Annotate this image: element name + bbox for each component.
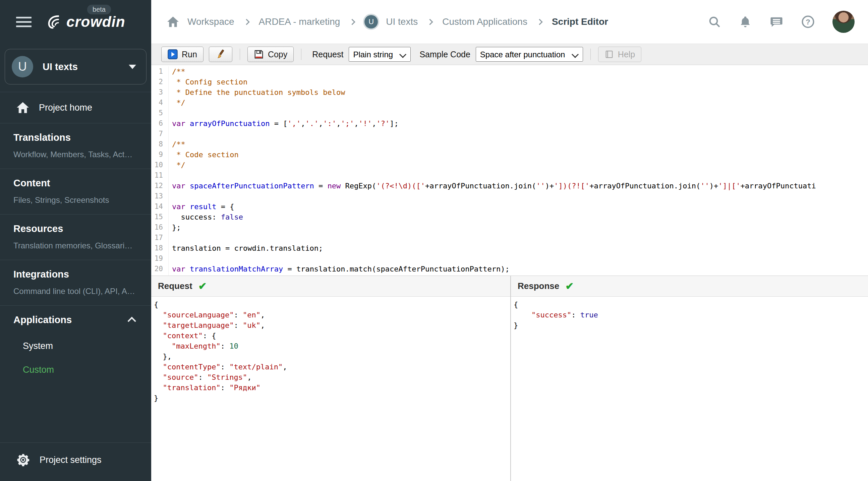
response-panel-title: Response bbox=[518, 281, 559, 291]
messages-icon[interactable] bbox=[769, 15, 783, 29]
request-select-wrap: Plain string bbox=[349, 47, 411, 62]
breadcrumb-item-project[interactable]: ARDEA - marketing bbox=[259, 17, 340, 27]
play-icon bbox=[167, 49, 178, 59]
section-subtitle: Workflow, Members, Tasks, Act… bbox=[13, 150, 138, 159]
sidebar: crowdin beta U UI texts Project home Tra… bbox=[0, 0, 151, 481]
top-icons: ? bbox=[708, 11, 855, 33]
chevron-down-icon bbox=[129, 65, 136, 69]
response-panel: Response ✔ { "success": true} bbox=[510, 276, 868, 481]
crowdin-logo-icon bbox=[44, 12, 63, 31]
chevron-right-icon bbox=[349, 19, 355, 25]
home-icon[interactable] bbox=[167, 16, 179, 28]
run-button[interactable]: Run bbox=[161, 46, 204, 62]
toolbar-divider bbox=[240, 49, 240, 60]
sidebar-item-project-settings[interactable]: Project settings bbox=[0, 443, 151, 481]
user-avatar[interactable] bbox=[833, 11, 855, 33]
crowdin-logo-text: crowdin bbox=[66, 13, 125, 30]
request-panel-title: Request bbox=[158, 281, 192, 291]
request-select-label: Request bbox=[312, 50, 343, 59]
copy-button-label: Copy bbox=[268, 50, 287, 59]
sample-code-select[interactable]: Space after punctuation bbox=[476, 47, 583, 62]
menu-icon[interactable] bbox=[16, 14, 32, 30]
request-type-select[interactable]: Plain string bbox=[349, 47, 411, 62]
request-editor[interactable]: { "sourceLanguage": "en", "targetLanguag… bbox=[151, 297, 510, 481]
code-editor[interactable]: 1/**2 * Config section3 * Define the pun… bbox=[151, 65, 868, 276]
book-icon bbox=[604, 50, 614, 59]
project-name: UI texts bbox=[42, 61, 119, 72]
sidebar-item-resources[interactable]: Resources Translation memories, Glossari… bbox=[0, 215, 151, 260]
project-selector[interactable]: U UI texts bbox=[5, 49, 147, 85]
breadcrumb-item-custom-applications[interactable]: Custom Applications bbox=[442, 17, 527, 27]
chevron-right-icon bbox=[536, 19, 542, 25]
save-icon bbox=[254, 49, 264, 59]
breadcrumb-item-script-editor: Script Editor bbox=[552, 17, 608, 27]
script-editor-toolbar: Run Copy Request bbox=[151, 43, 868, 65]
sidebar-item-label: Project home bbox=[39, 103, 92, 113]
sidebar-item-project-home[interactable]: Project home bbox=[0, 92, 151, 123]
chevron-right-icon bbox=[243, 19, 249, 25]
sidebar-item-integrations[interactable]: Integrations Command line tool (CLI), AP… bbox=[0, 260, 151, 306]
request-panel-header: Request ✔ bbox=[151, 276, 510, 297]
breadcrumb-item-ui-texts[interactable]: UI texts bbox=[386, 17, 418, 27]
chevron-right-icon bbox=[427, 19, 433, 25]
help-button-label: Help bbox=[618, 50, 635, 59]
help-icon[interactable]: ? bbox=[801, 15, 815, 29]
help-button[interactable]: Help bbox=[598, 46, 641, 62]
request-response-panes: Request ✔ { "sourceLanguage": "en", "tar… bbox=[151, 276, 868, 481]
sidebar-item-translations[interactable]: Translations Workflow, Members, Tasks, A… bbox=[0, 123, 151, 169]
section-subtitle: Command line tool (CLI), API, A… bbox=[13, 287, 138, 296]
sample-code-select-label: Sample Code bbox=[420, 50, 470, 59]
top-bar: Workspace ARDEA - marketing U UI texts C… bbox=[151, 0, 868, 43]
section-title: Applications bbox=[13, 314, 72, 325]
sidebar-header: crowdin beta bbox=[0, 0, 151, 43]
section-title: Resources bbox=[13, 223, 138, 234]
check-icon: ✔ bbox=[198, 280, 207, 292]
format-brush-button[interactable] bbox=[209, 46, 232, 62]
beta-badge: beta bbox=[87, 5, 111, 14]
gear-icon bbox=[16, 453, 30, 467]
chevron-up-icon bbox=[127, 317, 136, 325]
toolbar-divider bbox=[301, 49, 301, 60]
section-subtitle: Translation memories, Glossari… bbox=[13, 241, 138, 250]
run-button-label: Run bbox=[182, 50, 197, 59]
crowdin-logo[interactable]: crowdin bbox=[44, 12, 125, 31]
notifications-bell-icon[interactable] bbox=[739, 15, 752, 29]
app-root: crowdin beta U UI texts Project home Tra… bbox=[0, 0, 868, 481]
toolbar-divider bbox=[590, 49, 591, 60]
sidebar-item-applications-system[interactable]: System bbox=[13, 334, 138, 358]
sidebar-item-label: Project settings bbox=[39, 455, 101, 465]
sample-code-select-wrap: Space after punctuation bbox=[476, 47, 583, 62]
sidebar-item-applications[interactable]: Applications bbox=[13, 314, 138, 325]
sidebar-item-content[interactable]: Content Files, Strings, Screenshots bbox=[0, 169, 151, 214]
search-icon[interactable] bbox=[708, 15, 721, 29]
section-subtitle: Files, Strings, Screenshots bbox=[13, 195, 138, 205]
check-icon: ✔ bbox=[565, 280, 574, 292]
breadcrumb-item-workspace[interactable]: Workspace bbox=[187, 17, 234, 27]
svg-text:?: ? bbox=[806, 18, 810, 26]
copy-button[interactable]: Copy bbox=[247, 46, 294, 62]
project-avatar: U bbox=[12, 56, 33, 77]
home-icon bbox=[16, 102, 30, 114]
breadcrumb: Workspace ARDEA - marketing U UI texts C… bbox=[167, 15, 708, 29]
request-panel: Request ✔ { "sourceLanguage": "en", "tar… bbox=[151, 276, 510, 481]
response-panel-header: Response ✔ bbox=[511, 276, 868, 297]
response-viewer: { "success": true} bbox=[511, 297, 868, 481]
section-title: Translations bbox=[13, 132, 138, 143]
brush-icon bbox=[215, 49, 226, 60]
breadcrumb-project-badge: U bbox=[365, 15, 378, 29]
section-title: Integrations bbox=[13, 269, 138, 280]
section-title: Content bbox=[13, 178, 138, 189]
sidebar-section-applications: Applications System Custom bbox=[0, 306, 151, 385]
sidebar-item-applications-custom[interactable]: Custom bbox=[13, 358, 138, 382]
main-area: Workspace ARDEA - marketing U UI texts C… bbox=[151, 0, 868, 481]
